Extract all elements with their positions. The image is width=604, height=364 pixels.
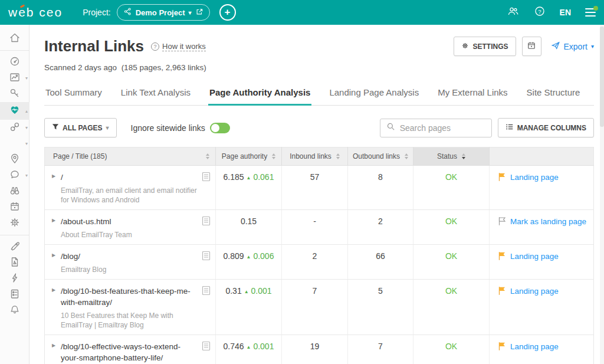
svg-text:?: ? xyxy=(538,8,541,15)
inbound-links-value: - xyxy=(282,210,348,245)
tab-page-authority-analysis[interactable]: Page Authority Analysis xyxy=(208,84,311,106)
sidebar-item-rankings-chart[interactable]: ▾ xyxy=(0,70,29,86)
table-row: ▶ /about-us.html About EmailTray Team 0.… xyxy=(45,210,594,245)
tab-tool-summary[interactable]: Tool Summary xyxy=(44,84,103,105)
document-icon[interactable] xyxy=(202,251,211,274)
sidebar-item-checklist[interactable] xyxy=(0,287,29,303)
pdf-report-icon xyxy=(9,256,21,270)
notification-dot xyxy=(593,6,598,11)
help-icon[interactable]: ? xyxy=(534,5,546,19)
page-authority-value: 0.15 xyxy=(241,217,257,226)
document-icon[interactable] xyxy=(202,341,211,364)
sidebar-item-site-health-heart[interactable]: ▴ xyxy=(0,102,29,120)
tab-link-text-analysis[interactable]: Link Text Analysis xyxy=(120,84,192,105)
page-url[interactable]: /blog/10-best-features-that-keep-me-with… xyxy=(61,286,197,308)
landing-page-action[interactable]: Mark as landing page xyxy=(510,217,586,227)
inbound-links-value: 57 xyxy=(282,166,348,210)
sidebar-item-competitors-binoculars[interactable] xyxy=(0,183,29,199)
scrollbar-thumb[interactable] xyxy=(600,27,604,127)
page-authority-value: 6.185 xyxy=(224,172,244,182)
sort-icon[interactable] xyxy=(462,153,465,159)
ignore-sitewide-toggle[interactable] xyxy=(210,123,230,133)
bolt-icon xyxy=(9,272,21,286)
all-pages-filter-button[interactable]: ALL PAGES ▾ xyxy=(44,118,117,137)
sidebar-item-traffic-bars[interactable]: ▾ xyxy=(0,136,29,152)
competitors-binoculars-icon xyxy=(9,185,21,199)
manage-columns-button[interactable]: MANAGE COLUMNS xyxy=(498,118,594,137)
authority-delta: ▲ 0.061 xyxy=(247,172,274,182)
sidebar-item-keywords-key[interactable] xyxy=(0,86,29,102)
table-row: ▶ /blog/10-effective-ways-to-extend-your… xyxy=(45,335,594,364)
sort-icon[interactable] xyxy=(405,153,408,159)
status-value: OK xyxy=(413,280,490,335)
column-header-status[interactable]: Status xyxy=(413,147,490,166)
sidebar-item-links-chain[interactable]: ▾ xyxy=(0,120,29,136)
send-icon xyxy=(551,41,560,52)
expand-row-icon[interactable]: ▶ xyxy=(52,216,61,240)
inbound-links-value: 7 xyxy=(282,280,348,335)
sidebar-item-social-chat[interactable]: ▾ xyxy=(0,168,29,183)
sidebar-item-rocket[interactable] xyxy=(0,239,29,255)
vertical-scrollbar[interactable] xyxy=(600,25,604,364)
document-icon[interactable] xyxy=(202,216,211,240)
sidebar-item-bell[interactable] xyxy=(0,303,29,319)
export-button[interactable]: Export ▾ xyxy=(551,41,595,52)
column-header-page-authority[interactable]: Page authority xyxy=(216,147,282,166)
sort-icon[interactable] xyxy=(336,153,340,159)
sidebar-item-bolt[interactable] xyxy=(0,271,29,287)
external-link-icon[interactable] xyxy=(195,8,203,18)
sidebar-item-home[interactable] xyxy=(0,31,29,47)
landing-page-action[interactable]: Landing page xyxy=(510,342,559,352)
schedule-button[interactable] xyxy=(522,37,541,56)
outbound-links-value: 5 xyxy=(348,280,413,335)
column-header-inbound-links[interactable]: Inbound links xyxy=(282,147,348,166)
dashboard-gauge-icon xyxy=(9,55,21,70)
project-name: Demo Project xyxy=(136,8,185,17)
document-icon[interactable] xyxy=(202,172,211,205)
sidebar-item-local-pin[interactable] xyxy=(0,152,29,168)
page-url[interactable]: /blog/10-effective-ways-to-extend-your-s… xyxy=(61,341,197,363)
local-pin-icon xyxy=(9,153,21,167)
page-title-text: 10 Best Features that Keep Me with Email… xyxy=(61,311,197,330)
menu-icon[interactable] xyxy=(585,8,596,17)
tab-landing-page-analysis[interactable]: Landing Page Analysis xyxy=(328,84,420,105)
expand-row-icon[interactable]: ▶ xyxy=(52,172,61,205)
page-url[interactable]: /blog/ xyxy=(61,251,197,262)
sort-icon[interactable] xyxy=(272,153,275,159)
sidebar-item-settings-gear[interactable] xyxy=(0,215,29,231)
expand-row-icon[interactable]: ▶ xyxy=(52,286,61,330)
add-project-button[interactable]: + xyxy=(219,4,236,21)
outbound-links-value: 66 xyxy=(348,245,413,280)
status-value: OK xyxy=(413,166,490,210)
tab-my-external-links[interactable]: My External Links xyxy=(436,84,508,105)
tab-site-structure[interactable]: Site Structure xyxy=(526,84,582,105)
landing-page-action[interactable]: Landing page xyxy=(510,286,559,296)
landing-page-action[interactable]: Landing page xyxy=(510,251,559,261)
up-arrow-icon: ▲ xyxy=(247,254,251,260)
project-selector[interactable]: Demo Project ▾ xyxy=(117,4,210,21)
page-url[interactable]: /about-us.html xyxy=(61,216,197,227)
page-url[interactable]: / xyxy=(61,172,197,183)
language-selector[interactable]: EN xyxy=(560,8,571,17)
search-input[interactable] xyxy=(400,123,485,133)
authority-delta: ▲ 0.006 xyxy=(247,251,274,261)
sort-icon[interactable] xyxy=(206,153,209,159)
rankings-chart-icon xyxy=(9,71,21,86)
webceo-logo: web ceo xyxy=(8,5,63,19)
page-authority-value: 0.31 xyxy=(225,286,241,296)
page-authority-value: 0.746 xyxy=(224,342,244,351)
column-header-page-title-185-[interactable]: Page / Title (185) xyxy=(45,147,216,166)
how-it-works-link[interactable]: ? How it works xyxy=(151,42,206,51)
sidebar-item-dashboard-gauge[interactable] xyxy=(0,54,29,70)
settings-button[interactable]: SETTINGS xyxy=(454,37,516,56)
column-header-actions xyxy=(490,147,594,166)
expand-row-icon[interactable]: ▶ xyxy=(52,341,61,364)
calendar-icon xyxy=(9,201,21,215)
expand-row-icon[interactable]: ▶ xyxy=(52,251,61,274)
sidebar-item-pdf-report[interactable] xyxy=(0,255,29,271)
users-icon[interactable] xyxy=(507,5,520,19)
landing-page-action[interactable]: Landing page xyxy=(510,172,559,182)
sidebar-item-calendar[interactable] xyxy=(0,199,29,215)
document-icon[interactable] xyxy=(202,286,211,330)
column-header-outbound-links[interactable]: Outbound links xyxy=(348,147,413,166)
